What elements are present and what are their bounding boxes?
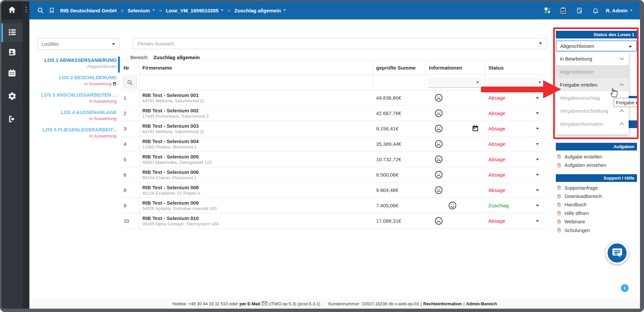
- status-combobox[interactable]: Abgeschlossen: [556, 40, 637, 51]
- table-row[interactable]: 1 RIB Test - Selenium 00144791 Methone, …: [121, 90, 547, 106]
- footer-separator: |: [463, 301, 464, 306]
- status-option[interactable]: Vergabeinformation: [556, 117, 629, 130]
- mouse-icon: [557, 163, 561, 168]
- cell-status: Absage: [485, 213, 547, 228]
- status-chevron-down-icon[interactable]: [536, 220, 539, 224]
- status-value: Absage: [488, 172, 505, 178]
- status-value: Absage: [488, 110, 505, 116]
- panel-link[interactable]: Handbuch: [556, 201, 637, 209]
- cell-informationen: [426, 167, 485, 182]
- sidebar-item-list[interactable]: [1, 23, 23, 42]
- panel-link[interactable]: Aufgabe erstellen: [556, 152, 637, 161]
- panel-link[interactable]: Downloadbereich: [556, 192, 637, 200]
- footer-email-link[interactable]: per E-Mail: [239, 301, 260, 306]
- panel-link-label: Schulungen: [565, 228, 590, 233]
- los-list-item[interactable]: LOS 5 FLIESENLEGERARBEIT... in Auswertun…: [29, 127, 117, 139]
- panel-link[interactable]: Webinare: [556, 218, 637, 226]
- chat-fab[interactable]: [606, 242, 628, 264]
- table-row[interactable]: 8 RIB Test - Selenium 00845126 Exoplanet…: [121, 183, 547, 198]
- sidebar-item-settings[interactable]: [1, 87, 23, 106]
- breadcrumb-item[interactable]: Selenium: [128, 8, 155, 13]
- bell-icon[interactable]: [590, 7, 601, 14]
- cell-status: Absage: [485, 121, 547, 136]
- table-filter-row: [121, 75, 547, 90]
- status-option-label: Abgeschlossen: [560, 69, 594, 75]
- status-option[interactable]: Freigabe erteilen: [556, 78, 629, 91]
- sidebar-item-calendar[interactable]: [1, 64, 23, 83]
- status-chevron-down-icon[interactable]: [536, 112, 539, 116]
- status-option[interactable]: Abgeschlossen: [556, 65, 629, 78]
- table-row[interactable]: 3 RIB Test - Selenium 00344791 Methone, …: [121, 121, 547, 136]
- table-row[interactable]: 6 RIB Test - Selenium 00699154 Charon, P…: [121, 167, 547, 183]
- search-icon[interactable]: [35, 7, 46, 14]
- status-chevron-down-icon[interactable]: [536, 159, 539, 162]
- sad-face-icon: [434, 216, 443, 225]
- active-indicator: [1, 23, 3, 42]
- table-row[interactable]: 4 RIB Test - Selenium 00412365 Phobos, M…: [121, 136, 547, 152]
- cell-firmenname: RIB Test - Selenium 00545451 Makemake, Z…: [140, 152, 373, 167]
- chevron-down-icon: [630, 10, 633, 13]
- breadcrumb-item[interactable]: Zuschlag allgemein: [234, 8, 286, 13]
- los-list-item[interactable]: LOS 2 BESCHILDERUNG in Auswertung: [29, 75, 117, 87]
- mouse-icon: [557, 194, 561, 199]
- los-list-item[interactable]: LOS 1 ABWASSERSANIERUNG Abgeschlossen: [29, 58, 117, 69]
- info-button[interactable]: i: [621, 284, 629, 292]
- los-title: LOS 5 FLIESENLEGERARBEIT...: [29, 127, 117, 133]
- panel-link-label: Aufgabe erstellen: [565, 154, 602, 160]
- home-icon: [8, 5, 16, 15]
- status-chevron-down-icon[interactable]: [536, 174, 539, 178]
- user-menu[interactable]: R. Admin: [606, 8, 633, 13]
- status-value: Absage: [488, 95, 505, 101]
- cell-summe: 10.732,72€: [373, 152, 426, 167]
- table-row[interactable]: 10 RIB Test - Selenium 01036x95 Alpha Ce…: [121, 213, 547, 229]
- cell-firmenname: RIB Test - Selenium 00954926 Apophis, Er…: [140, 198, 373, 213]
- chevron-down-icon: [476, 82, 479, 85]
- breadcrumb-separator: >: [159, 8, 162, 13]
- status-option[interactable]: in Bearbeitung: [556, 52, 629, 65]
- sidebar-item-home[interactable]: [1, 1, 23, 19]
- chevron-up-icon: [620, 109, 624, 114]
- breadcrumb-item[interactable]: RIB Deutschland GmbH: [60, 8, 117, 13]
- sidebar-resize-rail[interactable]: [23, 1, 29, 309]
- panel-link[interactable]: Supportanfrage: [556, 184, 637, 192]
- clipboard-check-icon[interactable]: [558, 7, 569, 14]
- breadcrumb-separator: >: [227, 8, 230, 13]
- envelope-icon: [262, 301, 267, 306]
- breadcrumb-item[interactable]: Lose_VM_1659510285: [166, 8, 223, 13]
- table-row[interactable]: 5 RIB Test - Selenium 00545451 Makemake,…: [121, 152, 547, 167]
- table-row[interactable]: 2 RIB Test - Selenium 00217449 Prometheu…: [121, 106, 547, 121]
- losfilter-dropdown[interactable]: Losfilter: [37, 38, 120, 50]
- informationen-filter-select[interactable]: [428, 78, 482, 88]
- sidebar-item-logout[interactable]: [1, 110, 23, 129]
- los-list-item[interactable]: LOS 3 ANSCHLUSSARBEITEN ... in Auswertun…: [29, 92, 117, 104]
- status-chevron-down-icon[interactable]: [536, 189, 539, 193]
- status-section-title: Status des Loses 1: [594, 32, 634, 37]
- company-select[interactable]: Firmen-Auswahl: [133, 38, 547, 49]
- status-chevron-down-icon[interactable]: [536, 97, 539, 101]
- cell-nr: 9: [121, 198, 140, 213]
- footer-admin-link[interactable]: Admin-Bereich: [466, 301, 497, 306]
- company-name: RIB Test - Selenium 009: [142, 200, 373, 206]
- table-row[interactable]: 9 RIB Test - Selenium 00954926 Apophis, …: [121, 198, 547, 213]
- status-dropdown-list: in BearbeitungAbgeschlossenFreigabe erte…: [556, 52, 629, 134]
- panel-link-label: Webinare: [565, 219, 585, 224]
- panel-link[interactable]: Aufgaben einsehen: [556, 161, 637, 169]
- status-chevron-down-icon[interactable]: [536, 128, 539, 131]
- chevron-down-icon: [152, 9, 155, 12]
- notes-icon[interactable]: [574, 7, 585, 14]
- status-filter-select[interactable]: [488, 78, 544, 88]
- status-chevron-down-icon[interactable]: [536, 205, 539, 208]
- panel-link-label: Supportanfrage: [565, 185, 598, 191]
- footer-rechteinformation-link[interactable]: Rechteinformation: [423, 301, 462, 306]
- table-search-button[interactable]: [123, 77, 137, 88]
- sidebar-item-contacts[interactable]: [1, 43, 23, 62]
- status-chevron-down-icon[interactable]: [536, 143, 539, 147]
- panel-link[interactable]: Schulungen: [556, 226, 637, 234]
- apps-icon[interactable]: [542, 7, 553, 14]
- mouse-icon: [557, 202, 561, 207]
- los-list-item[interactable]: LOS 4 AUSSENANLAGE in Auswertung: [29, 110, 117, 121]
- panel-link[interactable]: Hilfe öffnen: [556, 209, 637, 217]
- table-header-row: Nr Firmenname geprüfte Summe Information…: [121, 61, 547, 75]
- col-header-summe: geprüfte Summe: [373, 61, 426, 75]
- bookmark-icon[interactable]: [46, 7, 57, 14]
